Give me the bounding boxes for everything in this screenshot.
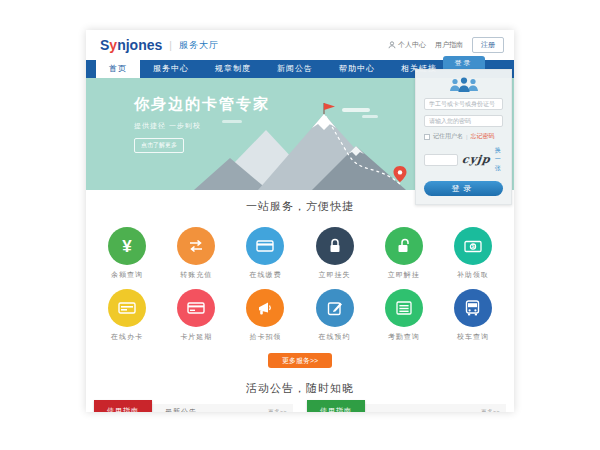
services-grid: ¥ 余额查询 转账充值 在线缴费: [98, 227, 502, 342]
service-label: 校车查询: [444, 332, 502, 342]
guide-panel-right: 使用指南 更多>>: [307, 404, 506, 412]
logo-text: S: [100, 37, 109, 53]
more-link-left[interactable]: 更多>>: [268, 408, 287, 413]
remember-label: 记住用户名: [433, 132, 463, 141]
hero-cta-button[interactable]: 点击了解更多: [134, 138, 184, 153]
right-tabbar: 使用指南 更多>>: [307, 404, 506, 412]
nav-item-news[interactable]: 新闻公告: [264, 60, 326, 78]
tab-usage-guide-right[interactable]: 使用指南: [307, 400, 365, 413]
nav-item-rules[interactable]: 规章制度: [202, 60, 264, 78]
announcements-section: 活动公告，随时知晓 使用指南 最新公告 更多>> 使用指南 更多>>: [86, 381, 514, 412]
login-tab[interactable]: 登录: [443, 56, 485, 69]
lock-icon[interactable]: [316, 227, 354, 265]
card-icon[interactable]: [177, 289, 215, 327]
service-label: 立即解挂: [375, 270, 433, 280]
service-label: 在线办卡: [98, 332, 156, 342]
logo-accent: y: [109, 37, 117, 53]
service-apply-card[interactable]: 在线办卡: [98, 289, 156, 342]
more-link-right[interactable]: 更多>>: [481, 408, 500, 413]
service-label: 拾卡招领: [236, 332, 294, 342]
login-options: 记住用户名 | 忘记密码: [424, 132, 503, 141]
service-label: 立即挂失: [306, 270, 364, 280]
tab-latest-news[interactable]: 最新公告: [165, 407, 197, 412]
service-label: 在线预约: [306, 332, 364, 342]
transfer-icon[interactable]: [177, 227, 215, 265]
guide-panel-left: 使用指南 最新公告 更多>>: [94, 404, 293, 412]
service-label: 转账充值: [167, 270, 225, 280]
personal-center-label: 个人中心: [398, 40, 426, 50]
forgot-password-link[interactable]: 忘记密码: [471, 132, 495, 141]
service-label: 卡片延期: [167, 332, 225, 342]
user-icon: [388, 41, 396, 49]
edit-icon[interactable]: [316, 289, 354, 327]
users-icon: [424, 77, 503, 93]
service-card-renewal[interactable]: 卡片延期: [167, 289, 225, 342]
nav-item-home[interactable]: 首页: [96, 60, 140, 78]
card-icon[interactable]: [246, 227, 284, 265]
site-name: 服务大厅: [179, 39, 219, 52]
service-transfer[interactable]: 转账充值: [167, 227, 225, 280]
service-unlock[interactable]: 立即解挂: [375, 227, 433, 280]
service-pay[interactable]: 在线缴费: [236, 227, 294, 280]
divider: |: [466, 134, 468, 140]
user-guide-link[interactable]: 用户指南: [435, 40, 463, 50]
service-label: 考勤查询: [375, 332, 433, 342]
personal-center-link[interactable]: 个人中心: [388, 40, 426, 50]
list-icon[interactable]: [385, 289, 423, 327]
service-label: 余额查询: [98, 270, 156, 280]
service-label: 在线缴费: [236, 270, 294, 280]
password-input[interactable]: [424, 115, 503, 127]
service-report-loss[interactable]: 立即挂失: [306, 227, 364, 280]
yen-icon[interactable]: ¥: [108, 227, 146, 265]
captcha-image[interactable]: cyjp: [461, 153, 492, 166]
megaphone-icon[interactable]: [246, 289, 284, 327]
register-button[interactable]: 注册: [472, 37, 504, 53]
logo[interactable]: Synjones: [100, 37, 162, 53]
svg-text:$: $: [471, 243, 474, 249]
remember-checkbox[interactable]: [424, 134, 430, 140]
header-links: 个人中心 用户指南 注册: [388, 37, 504, 53]
login-button[interactable]: 登录: [424, 181, 503, 196]
bus-icon[interactable]: [454, 289, 492, 327]
login-form: 记住用户名 | 忘记密码 cyjp 换一张 登录: [415, 69, 512, 205]
mountain-illustration: [194, 102, 424, 190]
more-services-button[interactable]: 更多服务>>: [268, 353, 332, 368]
banknote-icon[interactable]: $: [454, 227, 492, 265]
nav-item-service-center[interactable]: 服务中心: [140, 60, 202, 78]
services-section: 一站服务，方便快捷 ¥ 余额查询 转账充值 在线缴费: [86, 190, 514, 368]
logo-text-2: njones: [117, 37, 162, 53]
announcements-title: 活动公告，随时知晓: [86, 381, 514, 396]
logo-divider: |: [169, 40, 172, 51]
nav-item-help[interactable]: 帮助中心: [326, 60, 388, 78]
tab-usage-guide[interactable]: 使用指南: [94, 400, 152, 413]
change-captcha-link[interactable]: 换一张: [495, 146, 503, 173]
card-icon[interactable]: [108, 289, 146, 327]
unlock-icon[interactable]: [385, 227, 423, 265]
user-guide-label: 用户指南: [435, 40, 463, 50]
login-panel: 登录 记住用户名 | 忘记密码: [415, 56, 512, 205]
service-label: 补助领取: [444, 270, 502, 280]
captcha-row: cyjp 换一张: [424, 146, 503, 173]
site-page: Synjones | 服务大厅 个人中心 用户指南 注册 首页 服务中心 规章制…: [86, 30, 514, 412]
service-balance[interactable]: ¥ 余额查询: [98, 227, 156, 280]
hero-banner: 你身边的卡管专家 提供捷径 一步到校 点击了解更多 登录: [86, 78, 514, 190]
service-school-bus[interactable]: 校车查询: [444, 289, 502, 342]
service-lost-found[interactable]: 拾卡招领: [236, 289, 294, 342]
service-online-booking[interactable]: 在线预约: [306, 289, 364, 342]
left-tabbar: 使用指南 最新公告 更多>>: [94, 404, 293, 412]
service-subsidy[interactable]: $ 补助领取: [444, 227, 502, 280]
captcha-input[interactable]: [424, 154, 458, 166]
service-attendance[interactable]: 考勤查询: [375, 289, 433, 342]
username-input[interactable]: [424, 98, 503, 110]
